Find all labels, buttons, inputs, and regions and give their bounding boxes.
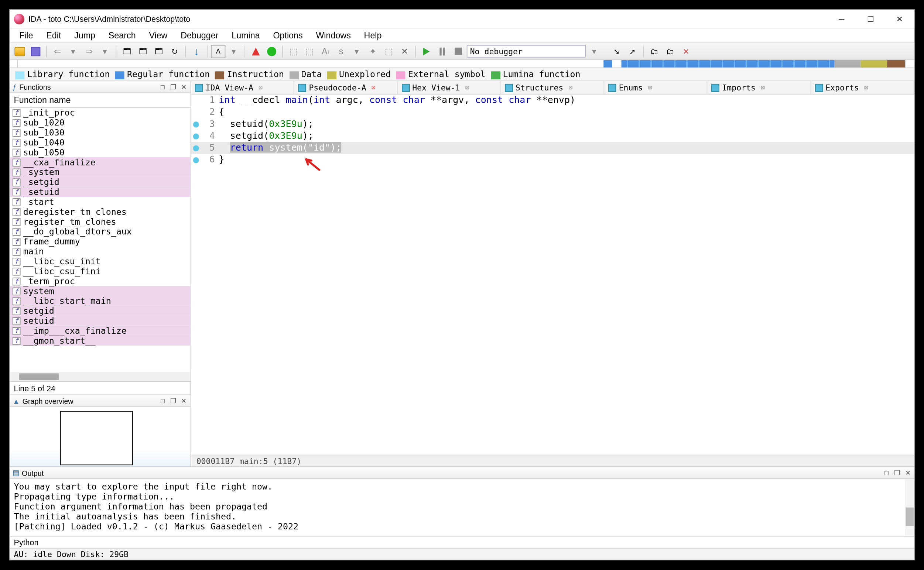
output-body[interactable]: You may start to explore the input file … [10, 479, 915, 536]
menu-jump[interactable]: Jump [68, 29, 102, 42]
tab-close-icon[interactable]: ⊠ [569, 84, 573, 91]
tab-ida-view-a[interactable]: IDA View-A⊠ [191, 81, 294, 94]
function-item[interactable]: f_setuid [10, 187, 190, 197]
step-in-button[interactable]: ➘ [609, 44, 624, 58]
tab-close-icon[interactable]: ⊠ [648, 84, 652, 91]
function-item[interactable]: f_term_proc [10, 276, 190, 286]
function-item[interactable]: fsub_1030 [10, 127, 190, 137]
function-item[interactable]: fframe_dummy [10, 237, 190, 247]
code-line[interactable]: 2{ [191, 106, 914, 118]
code-line[interactable]: 3 setuid(0x3E9u); [191, 118, 914, 130]
menu-lumina[interactable]: Lumina [225, 29, 266, 42]
tab-close-icon[interactable]: ⊠ [258, 84, 262, 91]
jump-down-button[interactable]: ↓ [189, 44, 204, 58]
graph-overview-body[interactable] [10, 407, 190, 467]
refresh-button[interactable]: ↻ [167, 44, 182, 58]
function-item[interactable]: f__do_global_dtors_aux [10, 227, 190, 237]
function-item[interactable]: f__imp___cxa_finalize [10, 326, 190, 336]
tab-close-icon[interactable]: ⊠ [465, 84, 470, 91]
tool-f[interactable]: ✦ [365, 44, 380, 58]
forward-button[interactable]: ⇒ [82, 44, 97, 58]
function-item[interactable]: fsystem [10, 286, 190, 296]
tab-close-icon[interactable]: ⊠ [371, 84, 376, 91]
function-item[interactable]: fmain [10, 247, 190, 257]
function-item[interactable]: fsub_1040 [10, 137, 190, 147]
navigation-bar[interactable] [10, 60, 915, 68]
step-out-button[interactable]: ➚ [625, 44, 640, 58]
breakpoint-gutter[interactable] [191, 154, 200, 166]
menu-debugger[interactable]: Debugger [174, 29, 225, 42]
pseudocode-view[interactable]: 1int __cdecl main(int argc, const char *… [191, 95, 914, 455]
run-icon[interactable] [264, 44, 279, 58]
function-item[interactable]: f_setgid [10, 177, 190, 187]
maximize-button[interactable]: ☐ [856, 9, 885, 28]
function-item[interactable]: f__libc_start_main [10, 296, 190, 306]
function-item[interactable]: f_start [10, 197, 190, 207]
tab-close-icon[interactable]: ⊠ [864, 84, 868, 91]
segment-button-2[interactable]: 🗔 [135, 44, 150, 58]
functions-hscroll[interactable] [10, 372, 190, 382]
output-restore-button[interactable]: ❐ [893, 469, 902, 477]
function-item[interactable]: fsetuid [10, 316, 190, 326]
breakpoint-gutter[interactable] [191, 106, 200, 118]
tool-b[interactable]: ⬚ [302, 44, 316, 58]
code-line[interactable]: 1int __cdecl main(int argc, const char *… [191, 95, 914, 106]
menu-view[interactable]: View [142, 29, 174, 42]
function-item[interactable]: fsub_1050 [10, 147, 190, 157]
plugin-button-2[interactable]: 🗂 [663, 44, 677, 58]
debug-stop-button[interactable] [451, 44, 465, 58]
function-item[interactable]: f__libc_csu_fini [10, 266, 190, 276]
function-item[interactable]: fderegister_tm_clones [10, 207, 190, 217]
function-item[interactable]: f_init_proc [10, 108, 190, 118]
tool-e[interactable]: ▾ [350, 44, 364, 58]
menu-search[interactable]: Search [102, 29, 143, 42]
function-item[interactable]: fregister_tm_clones [10, 217, 190, 227]
tab-structures[interactable]: Structures⊠ [501, 81, 605, 94]
panel-restore-button[interactable]: ❐ [169, 83, 178, 91]
menu-windows[interactable]: Windows [309, 29, 357, 42]
function-item[interactable]: f__libc_csu_init [10, 257, 190, 267]
panel-dock-button[interactable]: □ [158, 83, 167, 91]
debugger-selector[interactable] [467, 45, 586, 58]
python-console-label[interactable]: Python [10, 536, 915, 548]
breakpoint-gutter[interactable] [191, 95, 200, 106]
graph-dock-button[interactable]: □ [158, 397, 167, 405]
tab-imports[interactable]: Imports⊠ [708, 81, 811, 94]
tool-d[interactable]: s [334, 44, 348, 58]
tab-close-icon[interactable]: ⊠ [761, 84, 765, 91]
minimize-button[interactable]: ─ [827, 9, 856, 28]
close-button[interactable]: ✕ [885, 9, 915, 28]
menu-file[interactable]: File [12, 29, 40, 42]
tool-g[interactable]: ⬚ [382, 44, 396, 58]
function-item[interactable]: f__gmon_start__ [10, 336, 190, 346]
tab-hex-view-1[interactable]: Hex View-1⊠ [398, 81, 501, 94]
functions-column-header[interactable]: Function name [10, 93, 190, 107]
segment-button-1[interactable]: 🗔 [120, 44, 134, 58]
back-dd-button[interactable]: ▾ [66, 44, 80, 58]
breakpoint-gutter[interactable] [191, 118, 200, 130]
plugin-button-1[interactable]: 🗂 [647, 44, 662, 58]
function-item[interactable]: f__cxa_finalize [10, 157, 190, 167]
menu-help[interactable]: Help [358, 29, 388, 42]
debugger-dd[interactable]: ▾ [587, 44, 602, 58]
menu-options[interactable]: Options [266, 29, 309, 42]
back-button[interactable]: ⇐ [50, 44, 64, 58]
panel-close-button[interactable]: ✕ [179, 83, 188, 91]
output-close-button[interactable]: ✕ [903, 469, 912, 477]
function-item[interactable]: fsub_1020 [10, 118, 190, 128]
tool-c[interactable]: Aᵢ [318, 44, 332, 58]
graph-close-button[interactable]: ✕ [179, 397, 188, 405]
breakpoint-gutter[interactable] [191, 142, 200, 154]
code-line[interactable]: 6} [191, 154, 914, 166]
tab-pseudocode-a[interactable]: Pseudocode-A⊠ [294, 81, 398, 94]
save-button[interactable] [28, 44, 43, 58]
plugin-button-3[interactable]: ✕ [679, 44, 693, 58]
tab-enums[interactable]: Enums⊠ [604, 81, 708, 94]
code-line[interactable]: 5 return system("id"); [191, 142, 914, 154]
tool-h[interactable]: ✕ [398, 44, 412, 58]
tool-a[interactable]: ⬚ [286, 44, 301, 58]
forward-dd-button[interactable]: ▾ [98, 44, 112, 58]
debug-play-button[interactable] [419, 44, 434, 58]
output-dock-button[interactable]: □ [882, 469, 891, 477]
graph-restore-button[interactable]: ❐ [169, 397, 178, 405]
